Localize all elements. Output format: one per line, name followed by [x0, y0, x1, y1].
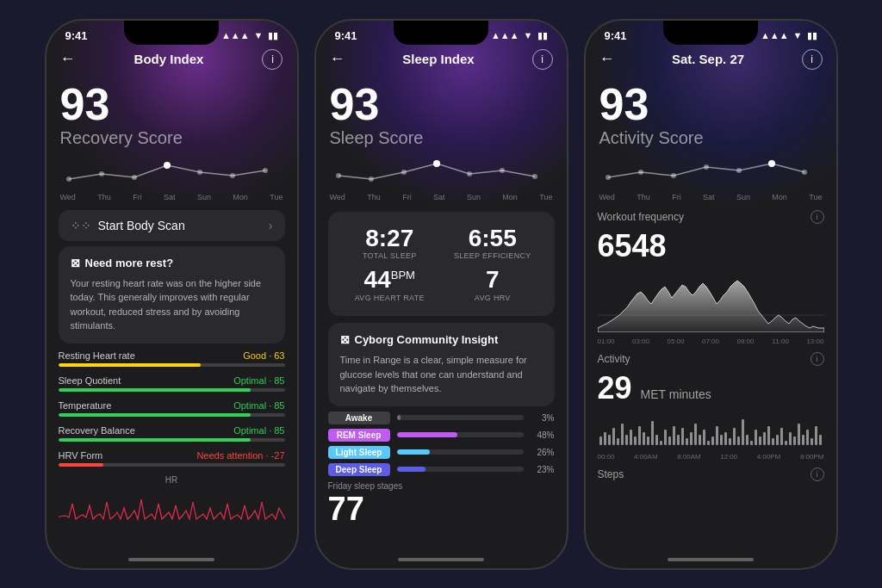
- svg-point-11: [467, 171, 472, 176]
- stat-label-avg-hrv: AVG HRV: [444, 294, 541, 302]
- svg-rect-32: [643, 432, 645, 445]
- home-indicator-3: [586, 553, 836, 568]
- status-time-2: 9:41: [335, 29, 357, 42]
- workout-chart-svg: [598, 268, 824, 332]
- svg-point-5: [230, 173, 235, 178]
- metric-name-hrv: HRV Form: [59, 450, 103, 461]
- sparkline-labels-2: Wed Thu Fri Sat Sun Mon Tue: [330, 193, 553, 201]
- svg-rect-40: [677, 435, 680, 445]
- sparkline-labels-1: Wed Thu Fri Sat Sun Mon Tue: [60, 193, 283, 201]
- day-sun-1: Sun: [197, 193, 211, 201]
- pct-awake: 3%: [531, 413, 555, 423]
- home-bar-3: [668, 558, 754, 561]
- svg-rect-48: [711, 436, 714, 445]
- status-icons-2: ▲▲▲ ▼ ▮▮: [491, 30, 548, 41]
- nav-title-1: Body Index: [134, 52, 204, 66]
- scan-btn-left: ⁘⁘ Start Body Scan: [71, 219, 185, 232]
- activity-info-btn[interactable]: i: [811, 352, 824, 366]
- score-number-3: 93: [599, 82, 823, 127]
- insight-title-text-2: Cyborg Community Insight: [355, 333, 499, 346]
- score-section-1: 93 Recovery Score: [47, 75, 297, 148]
- svg-point-16: [638, 170, 643, 175]
- svg-point-2: [99, 171, 104, 176]
- bar-light: [397, 449, 524, 455]
- metric-name-temp: Temperature: [59, 400, 112, 411]
- workout-chart: [598, 268, 824, 332]
- metric-bar-rb: [59, 438, 285, 442]
- svg-point-7: [433, 160, 440, 167]
- svg-rect-33: [647, 436, 649, 445]
- alabel-4: 12:00: [720, 453, 737, 461]
- sparkline-svg-3: [599, 155, 826, 188]
- metric-val-rhr: Good · 63: [243, 350, 284, 361]
- workout-x-labels: 01:00 03:00 05:00 07:00 09:00 11:00 13:0…: [598, 337, 824, 345]
- sleep-stats-grid: 8:27 TOTAL SLEEP 6:55 SLEEP EFFICIENCY 4…: [328, 212, 555, 317]
- activity-label: Activity: [598, 353, 630, 365]
- svg-rect-35: [655, 435, 658, 445]
- activity-header: Activity i: [598, 352, 824, 366]
- sleep-stages-label: Friday sleep stages: [328, 481, 555, 491]
- alabel-6: 8:00PM: [800, 453, 824, 461]
- pct-light: 26%: [531, 448, 555, 457]
- svg-point-4: [197, 170, 202, 175]
- svg-rect-45: [699, 435, 701, 445]
- score-label-3: Activity Score: [599, 128, 823, 148]
- svg-rect-65: [785, 441, 787, 445]
- svg-point-15: [606, 175, 611, 180]
- pct-deep: 23%: [531, 465, 555, 474]
- hr-label: HR: [59, 475, 285, 485]
- alabel-3: 8:00AM: [677, 453, 701, 461]
- svg-rect-51: [724, 432, 727, 445]
- stat-val-avg-hr: 44BPM: [342, 267, 438, 294]
- back-button-3[interactable]: ←: [599, 50, 615, 68]
- stat-label-sleep-eff: SLEEP EFFICIENCY: [444, 251, 541, 260]
- info-button-1[interactable]: i: [262, 49, 283, 70]
- steps-header: Steps i: [598, 467, 824, 481]
- bar-rem: [397, 432, 524, 437]
- svg-rect-70: [806, 430, 809, 445]
- svg-rect-46: [703, 430, 705, 445]
- wlabel-4: 07:00: [702, 337, 719, 345]
- svg-rect-72: [815, 426, 817, 445]
- workout-info-btn[interactable]: i: [811, 210, 824, 224]
- svg-rect-61: [767, 426, 770, 445]
- hr-chart-wrap: HR: [59, 475, 285, 529]
- wifi-icon-3: ▼: [793, 30, 803, 40]
- insight-icon-2: ⊠: [340, 333, 350, 346]
- svg-rect-39: [673, 426, 675, 445]
- day-fri-1: Fri: [133, 193, 142, 201]
- info-button-3[interactable]: i: [802, 49, 823, 70]
- svg-rect-38: [668, 436, 671, 445]
- svg-rect-44: [694, 424, 697, 445]
- svg-rect-55: [742, 419, 744, 445]
- back-button-1[interactable]: ←: [60, 50, 76, 68]
- svg-rect-34: [651, 421, 654, 445]
- scan-button[interactable]: ⁘⁘ Start Body Scan ›: [59, 210, 285, 241]
- activity-unit: MET minutes: [641, 387, 711, 401]
- notch-2: [394, 21, 488, 45]
- wifi-icon-2: ▼: [524, 30, 533, 40]
- day-sun-3: Sun: [736, 193, 750, 201]
- score-section-3: 93 Activity Score: [586, 75, 836, 148]
- nav-bar-1: ← Body Index i: [47, 46, 297, 75]
- info-button-2[interactable]: i: [532, 49, 553, 70]
- activity-x-labels: 00:00 4:00AM 8:00AM 12:00 4:00PM 8:00PM: [598, 453, 824, 461]
- battery-icon: ▮▮: [268, 30, 278, 41]
- stage-light: Light Sleep 26%: [328, 446, 555, 459]
- back-button-2[interactable]: ←: [330, 50, 345, 68]
- svg-point-14: [768, 160, 775, 167]
- svg-point-19: [736, 168, 742, 173]
- stage-deep: Deep Sleep 23%: [328, 463, 555, 476]
- tag-rem: REM Sleep: [328, 429, 390, 442]
- day-wed-1: Wed: [60, 193, 76, 201]
- activity-value-section: 29 MET minutes: [598, 371, 824, 405]
- svg-rect-54: [737, 436, 740, 445]
- svg-rect-49: [716, 426, 718, 445]
- wlabel-6: 11:00: [772, 337, 789, 345]
- stat-avg-hrv: 7 AVG HRV: [441, 263, 544, 306]
- metric-bar-temp: [59, 413, 285, 417]
- svg-rect-68: [798, 424, 800, 445]
- svg-rect-42: [686, 438, 688, 445]
- wlabel-2: 03:00: [632, 337, 649, 345]
- steps-info-btn[interactable]: i: [811, 467, 824, 481]
